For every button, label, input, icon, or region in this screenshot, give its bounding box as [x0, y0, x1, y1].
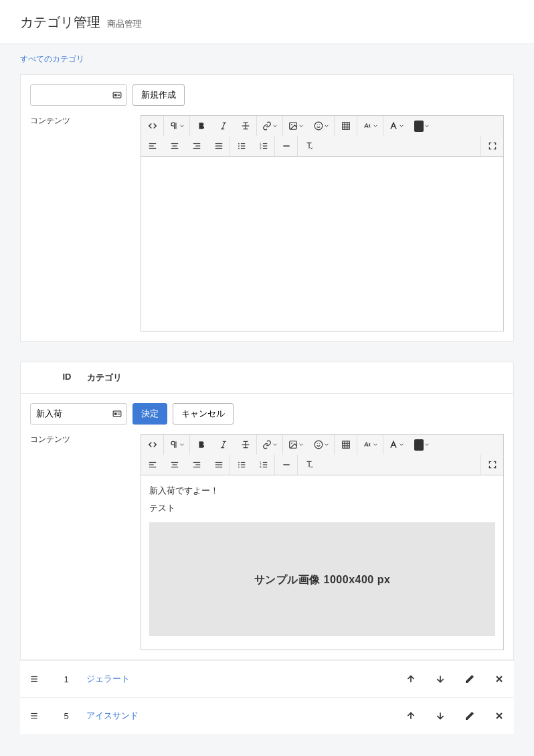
- align-justify-btn[interactable]: [207, 136, 230, 156]
- italic-btn[interactable]: [212, 116, 234, 136]
- rich-editor-2: 新入荷ですよー！ テスト サンプル画像 1000x400 px: [141, 434, 504, 650]
- fontsize-btn[interactable]: [357, 116, 383, 136]
- editor-body-2[interactable]: 新入荷ですよー！ テスト サンプル画像 1000x400 px: [141, 475, 503, 650]
- link-btn[interactable]: [257, 116, 282, 136]
- row-id: 5: [53, 711, 80, 721]
- row-id: 1: [53, 674, 80, 684]
- drag-handle-icon[interactable]: [29, 674, 39, 684]
- paragraph-btn[interactable]: [164, 116, 189, 136]
- breadcrumb-all-link[interactable]: すべてのカテゴリ: [20, 54, 84, 64]
- edit-icon[interactable]: [464, 674, 475, 684]
- editor-toolbar: [141, 116, 503, 157]
- card-icon: [111, 409, 123, 419]
- clear-format-btn[interactable]: [298, 136, 320, 156]
- table-btn[interactable]: [335, 435, 357, 455]
- cancel-button[interactable]: キャンセル: [173, 403, 234, 425]
- submit-button[interactable]: 決定: [132, 403, 167, 425]
- align-center-btn[interactable]: [163, 455, 185, 475]
- editor-text-line: 新入荷ですよー！: [149, 483, 495, 498]
- align-left-btn[interactable]: [141, 455, 163, 475]
- page-subtitle: 商品管理: [107, 19, 142, 29]
- align-justify-btn[interactable]: [207, 455, 230, 475]
- fullscreen-btn[interactable]: [481, 455, 503, 475]
- bold-btn[interactable]: [190, 116, 212, 136]
- table-btn[interactable]: [335, 116, 357, 136]
- align-right-btn[interactable]: [185, 136, 207, 156]
- image-btn[interactable]: [283, 435, 308, 455]
- edit-category-panel: 決定 キャンセル コンテンツ: [20, 393, 514, 660]
- link-btn[interactable]: [257, 435, 282, 455]
- move-down-icon[interactable]: [435, 674, 446, 684]
- hr-btn[interactable]: [275, 455, 297, 475]
- fontcolor-btn[interactable]: [383, 116, 409, 136]
- sample-image-text: サンプル画像 1000x400 px: [254, 571, 391, 589]
- editor-text-line: テスト: [149, 501, 495, 516]
- move-up-icon[interactable]: [406, 674, 416, 684]
- content-label-2: コンテンツ: [30, 434, 141, 445]
- align-right-btn[interactable]: [185, 455, 207, 475]
- category-table-header: ID カテゴリ: [20, 362, 514, 393]
- edit-icon[interactable]: [464, 710, 475, 721]
- align-left-btn[interactable]: [141, 136, 163, 156]
- bold-btn[interactable]: [190, 435, 212, 455]
- fullscreen-btn[interactable]: [481, 136, 503, 156]
- emoji-btn[interactable]: [308, 116, 334, 136]
- move-down-icon[interactable]: [435, 710, 446, 721]
- card-icon: [111, 90, 123, 100]
- ordered-list-btn[interactable]: [252, 136, 274, 156]
- category-link[interactable]: アイスサンド: [86, 710, 139, 721]
- move-up-icon[interactable]: [406, 710, 416, 721]
- align-center-btn[interactable]: [163, 136, 185, 156]
- hr-btn[interactable]: [275, 136, 297, 156]
- italic-btn[interactable]: [212, 435, 234, 455]
- ordered-list-btn[interactable]: [252, 455, 274, 475]
- col-category: カテゴリ: [80, 372, 122, 384]
- col-id: ID: [54, 372, 80, 384]
- fontcolor-btn[interactable]: [383, 435, 409, 455]
- unordered-list-btn[interactable]: [230, 455, 252, 475]
- new-category-panel: 新規作成 コンテンツ: [20, 74, 514, 342]
- page-header: カテゴリ管理 商品管理: [0, 0, 534, 44]
- create-button[interactable]: 新規作成: [132, 84, 185, 106]
- code-view-btn[interactable]: [141, 435, 163, 455]
- content-label: コンテンツ: [30, 115, 141, 127]
- bgcolor-btn[interactable]: [409, 435, 434, 455]
- code-view-btn[interactable]: [141, 116, 163, 136]
- strike-btn[interactable]: [234, 435, 256, 455]
- editor-toolbar-2: [141, 435, 503, 475]
- strike-btn[interactable]: [234, 116, 256, 136]
- drag-handle-icon[interactable]: [29, 711, 39, 721]
- editor-body-1[interactable]: [141, 157, 503, 331]
- paragraph-btn[interactable]: [164, 435, 189, 455]
- rich-editor-1: [141, 115, 504, 331]
- clear-format-btn[interactable]: [298, 455, 320, 475]
- image-btn[interactable]: [283, 116, 308, 136]
- category-list-row: 5 アイスサンド: [20, 697, 514, 734]
- sample-image-placeholder: サンプル画像 1000x400 px: [149, 522, 495, 636]
- fontsize-btn[interactable]: [357, 435, 383, 455]
- category-list-row: 1 ジェラート: [20, 660, 514, 697]
- bgcolor-btn[interactable]: [409, 116, 434, 136]
- emoji-btn[interactable]: [308, 435, 334, 455]
- delete-icon[interactable]: [494, 710, 505, 721]
- unordered-list-btn[interactable]: [230, 136, 252, 156]
- delete-icon[interactable]: [494, 674, 505, 684]
- page-title: カテゴリ管理: [20, 15, 100, 29]
- breadcrumb: すべてのカテゴリ: [0, 44, 534, 74]
- category-link[interactable]: ジェラート: [86, 674, 130, 684]
